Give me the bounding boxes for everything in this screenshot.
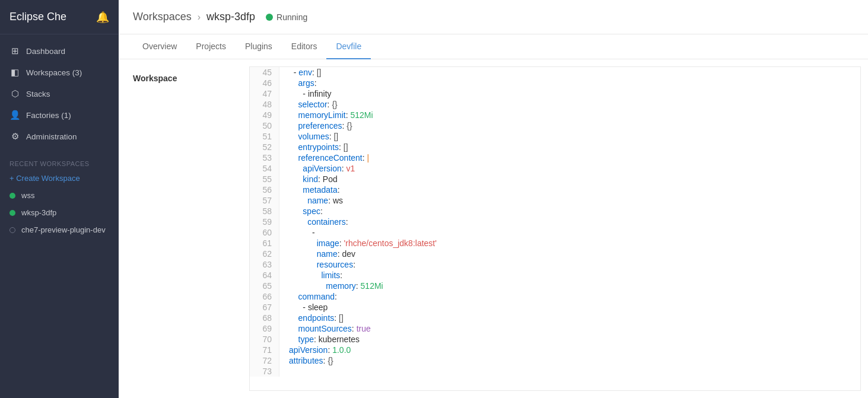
line-code: referenceContent: | [279,152,369,163]
line-code: spec: [279,206,323,216]
code-line: 66 command: [250,291,860,302]
create-workspace-button[interactable]: + Create Workspace [0,170,119,187]
line-number: 70 [250,334,279,345]
code-line: 57 name: ws [250,195,860,206]
wss-status-dot [9,193,15,199]
line-code: attributes: {} [279,355,333,366]
sidebar-item-workspaces-label: Workspaces (3) [26,68,82,77]
sidebar-recent-wss[interactable]: wss [0,187,119,204]
code-line: 54 apiVersion: v1 [250,163,860,174]
line-number: 54 [250,163,279,174]
line-code: entrypoints: [] [279,142,348,152]
line-code: apiVersion: 1.0.0 [279,345,351,355]
sidebar: Eclipse Che 🔔 ⊞ Dashboard ◧ Workspaces (… [0,0,119,398]
sidebar-item-administration[interactable]: ⚙ Administration [0,126,119,147]
line-code: mountSources: true [279,323,371,334]
line-code: - [279,227,315,238]
line-code: apiVersion: v1 [279,163,355,174]
running-status-label: Running [276,12,307,22]
code-line: 58 spec: [250,206,860,216]
line-number: 59 [250,216,279,227]
sidebar-item-stacks-label: Stacks [26,90,50,98]
line-number: 67 [250,302,279,313]
page-header: Workspaces › wksp-3dfp Running [119,0,868,34]
sidebar-item-factories-label: Factories (1) [26,111,71,120]
devfile-content: Workspace 45 - env: []46 args:47 - infin… [119,59,868,398]
running-status-dot [266,14,273,21]
line-code: endpoints: [] [279,313,344,323]
sidebar-item-dashboard[interactable]: ⊞ Dashboard [0,40,119,62]
che7-status-dot [9,227,15,233]
code-line: 56 metadata: [250,184,860,195]
line-code [279,366,289,377]
line-code: type: kubernetes [279,334,360,345]
line-number: 61 [250,238,279,249]
line-number: 63 [250,259,279,270]
workspaces-breadcrumb[interactable]: Workspaces [133,11,192,23]
line-number: 47 [250,88,279,99]
code-line: 72attributes: {} [250,355,860,366]
line-code: name: dev [279,249,355,259]
code-line: 60 - [250,227,860,238]
sidebar-recent-wksp3dfp[interactable]: wksp-3dfp [0,204,119,221]
line-number: 68 [250,313,279,323]
devfile-editor[interactable]: 45 - env: []46 args:47 - infinity48 sele… [249,66,861,391]
line-number: 56 [250,184,279,195]
workspace-section-label: Workspace [119,59,249,398]
sidebar-nav: ⊞ Dashboard ◧ Workspaces (3) ⬡ Stacks 👤 … [0,34,119,153]
sidebar-item-factories[interactable]: 👤 Factories (1) [0,104,119,126]
line-number: 60 [250,227,279,238]
code-line: 52 entrypoints: [] [250,142,860,152]
code-line: 70 type: kubernetes [250,334,860,345]
line-code: memory: 512Mi [279,281,383,291]
code-line: 67 - sleep [250,302,860,313]
line-code: volumes: [] [279,131,338,142]
line-code: metadata: [279,184,340,195]
code-line: 50 preferences: {} [250,120,860,131]
code-line: 55 kind: Pod [250,174,860,184]
administration-icon: ⚙ [9,131,20,142]
stacks-icon: ⬡ [9,88,20,99]
sidebar-logo: Eclipse Che 🔔 [0,0,119,34]
factories-icon: 👤 [9,110,20,120]
bell-icon[interactable]: 🔔 [96,11,109,24]
line-number: 48 [250,99,279,110]
line-code: - infinity [279,88,332,99]
line-number: 45 [250,67,279,78]
code-line: 68 endpoints: [] [250,313,860,323]
line-number: 52 [250,142,279,152]
breadcrumb-chevron: › [198,12,201,23]
sidebar-recent-che7[interactable]: che7-preview-plugin-dev [0,221,119,238]
line-number: 57 [250,195,279,206]
workspace-status: Running [266,12,307,22]
code-line: 51 volumes: [] [250,131,860,142]
tab-editors[interactable]: Editors [282,34,327,59]
line-number: 55 [250,174,279,184]
tab-plugins[interactable]: Plugins [236,34,282,59]
line-number: 49 [250,110,279,120]
sidebar-item-workspaces[interactable]: ◧ Workspaces (3) [0,62,119,83]
line-number: 73 [250,366,279,377]
line-code: args: [279,78,317,88]
line-number: 72 [250,355,279,366]
line-code: name: ws [279,195,343,206]
tab-overview[interactable]: Overview [133,34,186,59]
code-line: 49 memoryLimit: 512Mi [250,110,860,120]
code-lines: 45 - env: []46 args:47 - infinity48 sele… [250,67,860,377]
wksp3dfp-status-dot [9,210,15,216]
line-number: 69 [250,323,279,334]
dashboard-icon: ⊞ [9,46,20,56]
line-code: limits: [279,270,342,281]
che7-label: che7-preview-plugin-dev [21,225,106,234]
code-line: 62 name: dev [250,249,860,259]
line-number: 64 [250,270,279,281]
sidebar-item-stacks[interactable]: ⬡ Stacks [0,83,119,104]
code-line: 53 referenceContent: | [250,152,860,163]
line-number: 53 [250,152,279,163]
line-number: 62 [250,249,279,259]
tab-projects[interactable]: Projects [186,34,236,59]
recent-workspaces-section-label: RECENT WORKSPACES [0,153,119,170]
tab-devfile[interactable]: Devfile [326,34,371,59]
line-code: resources: [279,259,355,270]
code-line: 47 - infinity [250,88,860,99]
